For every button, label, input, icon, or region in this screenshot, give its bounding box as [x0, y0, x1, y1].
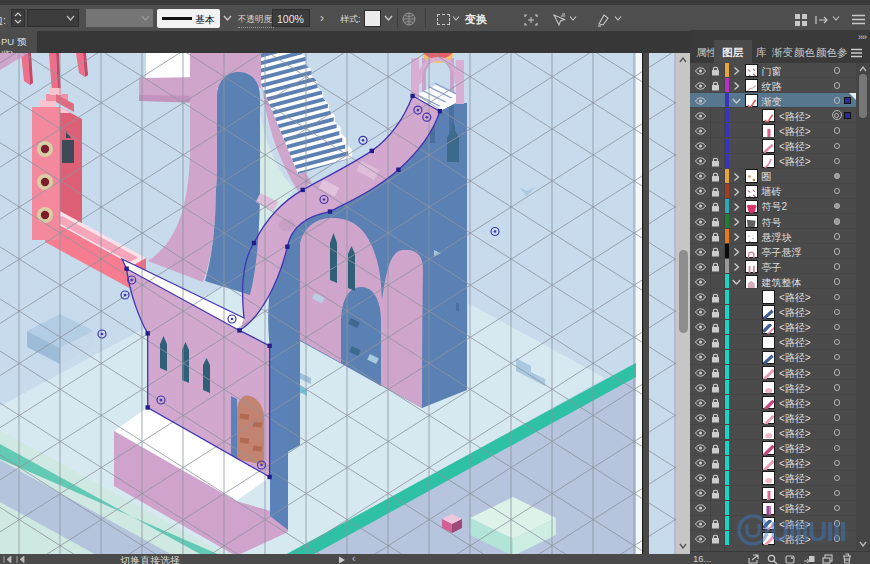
svg-text:UIIIUIII: UIIIUIII	[770, 517, 846, 547]
